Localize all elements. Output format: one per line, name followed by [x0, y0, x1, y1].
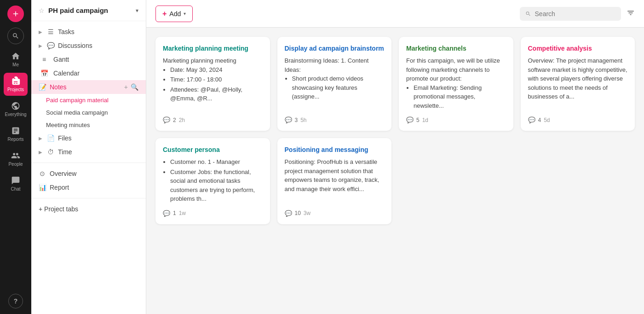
sidebar-subitem-paid-campaign[interactable]: Paid campaign material [46, 94, 146, 106]
notes-add-icon[interactable]: + [124, 83, 128, 91]
discussions-chevron-icon: ▶ [39, 43, 42, 48]
note-body: Marketing planning meeting Date: May 30,… [163, 56, 263, 111]
files-chevron-icon: ▶ [39, 136, 42, 141]
sidebar-item-notes[interactable]: 📝 Notes + 🔍 [31, 80, 146, 94]
global-search-button[interactable] [7, 28, 24, 44]
note-card[interactable]: Positioning and messaging Positioning: P… [277, 138, 392, 224]
sidebar-item-people[interactable]: People [4, 147, 28, 170]
calendar-icon: 📅 [39, 70, 50, 77]
sidebar-item-time[interactable]: ▶ ⏱ Time [31, 145, 146, 159]
main-area: + Add ▾ Marketing planning meeting Marke… [146, 0, 644, 314]
add-plus-icon: + [162, 10, 167, 18]
topbar: + Add ▾ [146, 0, 644, 28]
star-icon[interactable]: ☆ [39, 7, 45, 14]
sidebar-item-overview[interactable]: ⊙ Overview [31, 167, 146, 180]
note-title: Positioning and messaging [285, 145, 385, 154]
sidebar-subitem-meeting-minutes[interactable]: Meeting minutes [46, 119, 146, 131]
add-label: Add [169, 10, 181, 17]
comment-icon: 💬 [163, 210, 170, 217]
note-card[interactable]: Display ad campaign brainstorm Brainstor… [277, 37, 392, 131]
note-time: 2h [179, 117, 185, 123]
sidebar-item-files[interactable]: ▶ 📄 Files [31, 131, 146, 145]
tasks-label: Tasks [58, 28, 75, 35]
project-title: PH paid campaign [48, 6, 132, 14]
report-label: Report [50, 184, 69, 191]
note-body: Brainstorming Ideas: 1. Content Ideas: S… [285, 56, 385, 111]
search-input[interactable] [535, 10, 615, 17]
tasks-icon: ☰ [47, 28, 54, 35]
calendar-label: Calendar [53, 70, 80, 77]
sidebar-item-tasks[interactable]: ▶ ☰ Tasks [31, 25, 146, 39]
discussions-icon: 💬 [47, 42, 54, 49]
sidebar-subitem-social-media[interactable]: Social media campaign [46, 106, 146, 119]
sidebar-item-reports[interactable]: Reports [4, 122, 28, 145]
add-project-tabs-button[interactable]: + Project tabs [31, 202, 146, 216]
note-time: 1w [179, 210, 186, 216]
comment-count: 3 [295, 117, 298, 123]
note-title: Competitive analysis [528, 44, 628, 52]
note-time: 3w [304, 210, 310, 216]
me-label: Me [12, 62, 19, 67]
comment-icon: 💬 [285, 210, 292, 217]
comment-icon: 💬 [406, 116, 414, 123]
sidebar-divider [31, 163, 146, 163]
files-label: Files [58, 134, 72, 142]
meeting-minutes-label: Meeting minutes [46, 122, 90, 128]
sidebar-item-calendar[interactable]: 📅 Calendar [31, 66, 146, 80]
note-time: 1d [422, 117, 428, 123]
comment-icon: 💬 [285, 116, 292, 123]
search-box[interactable] [520, 7, 621, 21]
sidebar-header: ☆ PH paid campaign ▾ [31, 0, 146, 21]
note-card[interactable]: Marketing channels For this campaign, we… [399, 37, 513, 131]
filter-icon[interactable] [627, 9, 635, 19]
sidebar-item-chat[interactable]: Chat [4, 172, 28, 195]
note-footer: 💬 3 5h [285, 116, 385, 123]
people-label: People [8, 162, 23, 167]
time-icon: ⏱ [47, 148, 54, 156]
note-title: Marketing channels [406, 44, 506, 52]
sidebar: ☆ PH paid campaign ▾ ▶ ☰ Tasks ▶ 💬 Discu… [31, 0, 146, 314]
note-footer: 💬 5 1d [406, 116, 506, 123]
global-add-button[interactable] [7, 6, 24, 22]
sidebar-item-report[interactable]: 📊 Report [31, 180, 146, 194]
note-footer: 💬 10 3w [285, 210, 385, 217]
note-title: Display ad campaign brainstorm [285, 44, 385, 52]
note-title: Customer persona [163, 145, 263, 154]
comment-icon: 💬 [163, 116, 170, 123]
comment-count: 1 [173, 210, 176, 216]
everything-label: Everything [5, 112, 26, 117]
note-card[interactable]: Marketing planning meeting Marketing pla… [155, 37, 270, 131]
paid-campaign-label: Paid campaign material [46, 97, 109, 104]
report-icon: 📊 [39, 184, 46, 191]
overview-icon: ⊙ [39, 170, 46, 177]
sidebar-item-me[interactable]: Me [4, 48, 28, 71]
projects-label: Projects [7, 87, 24, 92]
overview-label: Overview [50, 170, 76, 177]
notes-actions: + 🔍 [124, 83, 138, 91]
note-time: 5d [544, 117, 550, 123]
gantt-label: Gantt [53, 56, 69, 63]
add-button[interactable]: + Add ▾ [155, 6, 193, 22]
note-time: 5h [300, 117, 306, 123]
comment-count: 5 [416, 117, 420, 123]
icon-bar: Me Projects Everything Reports People Ch… [0, 0, 31, 314]
note-body: For this campaign, we will be utilize fo… [406, 56, 506, 111]
note-card[interactable]: Competitive analysis Overview: The proje… [521, 37, 635, 131]
sidebar-item-everything[interactable]: Everything [4, 98, 28, 121]
help-button[interactable]: ? [8, 294, 23, 308]
sidebar-divider-2 [31, 198, 146, 198]
comment-count: 2 [173, 117, 176, 123]
sidebar-item-discussions[interactable]: ▶ 💬 Discussions [31, 39, 146, 52]
tasks-chevron-icon: ▶ [39, 29, 42, 35]
note-body: Positioning: ProofHub is a versatile pro… [285, 157, 385, 204]
files-icon: 📄 [47, 134, 54, 142]
note-footer: 💬 4 5d [528, 116, 628, 123]
sidebar-item-gantt[interactable]: ≡ Gantt [31, 52, 146, 66]
note-card[interactable]: Customer persona Customer no. 1 - Manage… [155, 138, 270, 224]
sidebar-item-projects[interactable]: Projects [4, 73, 28, 96]
project-chevron-icon[interactable]: ▾ [136, 7, 138, 14]
notes-icon: 📝 [39, 83, 46, 91]
time-label: Time [58, 148, 72, 156]
notes-search-icon[interactable]: 🔍 [131, 83, 138, 91]
discussions-label: Discussions [58, 42, 92, 49]
